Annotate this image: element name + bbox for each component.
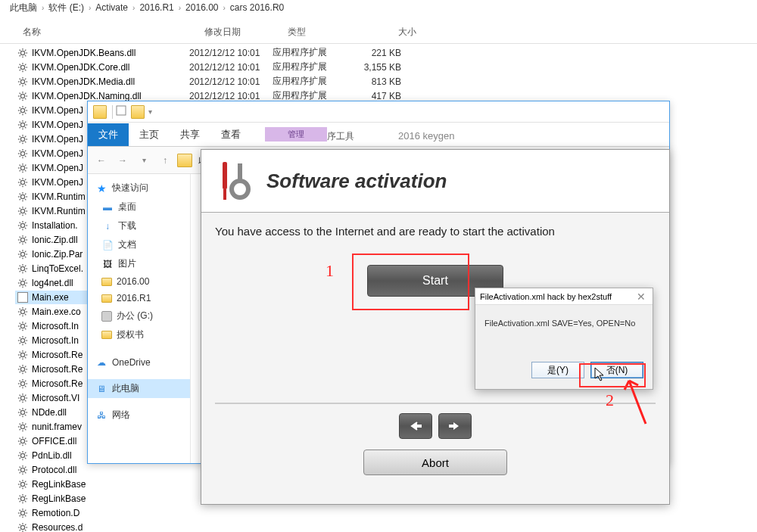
annotation-label-2: 2 (606, 390, 614, 410)
dialog-message: You have access to the Internet and are … (215, 225, 656, 238)
file-name: LinqToExcel. (32, 263, 83, 274)
file-row[interactable]: Remotion.D (0, 506, 757, 520)
forward-button[interactable]: → (114, 151, 132, 170)
sidebar-documents[interactable]: 📄文档 (88, 235, 190, 254)
svg-line-286 (20, 515, 20, 516)
annotation-label-1: 1 (326, 261, 334, 281)
col-date[interactable]: 修改日期 (204, 26, 288, 39)
file-row[interactable]: IKVM.OpenJDK.Media.dll2012/12/12 10:01应用… (0, 74, 757, 89)
file-name: NDde.dll (32, 407, 67, 418)
nav-sidebar: ★快速访问 ▬桌面 ↓下载 📄文档 🖼图片 2016.00 2016.R1 办公… (88, 174, 191, 463)
abort-button[interactable]: Abort (363, 450, 507, 475)
sidebar-folder-auth[interactable]: 授权书 (88, 325, 190, 344)
ribbon-tab-file[interactable]: 文件 (88, 123, 129, 146)
file-name: Resources.d (32, 522, 83, 533)
svg-point-63 (20, 151, 24, 155)
next-button[interactable] (438, 413, 472, 439)
prev-button[interactable] (399, 413, 432, 439)
svg-line-205 (20, 386, 20, 387)
yes-button[interactable]: 是(Y) (531, 362, 584, 378)
sidebar-folder-201600[interactable]: 2016.00 (88, 273, 190, 290)
gear-icon (17, 435, 29, 447)
breadcrumb-segment[interactable]: Activate (95, 2, 128, 13)
svg-line-214 (20, 400, 20, 401)
sidebar-this-pc[interactable]: 🖥此电脑 (88, 379, 190, 398)
svg-line-86 (20, 179, 20, 179)
sidebar-desktop[interactable]: ▬桌面 (88, 198, 190, 216)
svg-line-204 (25, 386, 26, 387)
breadcrumb-segment[interactable]: cars 2016.R0 (230, 2, 284, 13)
svg-line-160 (20, 314, 20, 315)
modal-titlebar: FileActivation.xml hack by hex2stuff ✕ (475, 288, 653, 305)
svg-line-296 (25, 524, 26, 524)
svg-point-216 (20, 410, 24, 414)
file-name: IKVM.Runtim (32, 191, 86, 202)
gear-icon (17, 378, 29, 390)
breadcrumb-segment[interactable]: 2016.00 (185, 2, 218, 13)
breadcrumb[interactable]: 此电脑›软件 (E:)›Activate›2016.R1›2016.00›car… (0, 0, 757, 15)
sidebar-office-drive[interactable]: 办公 (G:) (88, 306, 190, 325)
file-name: RegLinkBase (32, 479, 86, 490)
dropdown-icon[interactable]: ▾ (148, 107, 152, 116)
file-row[interactable]: IKVM.OpenJDK.Core.dll2012/12/12 10:01应用程… (0, 60, 757, 74)
svg-line-80 (25, 164, 26, 165)
col-name[interactable]: 名称 (23, 26, 204, 39)
col-type[interactable]: 类型 (288, 26, 371, 39)
file-name: IKVM.OpenJ (32, 120, 83, 130)
svg-point-300 (232, 181, 248, 198)
ribbon-contextual-group: 管理 (254, 123, 338, 146)
close-button[interactable]: ✕ (634, 290, 648, 303)
up-button[interactable]: ↑ (156, 151, 174, 170)
svg-line-257 (20, 466, 20, 467)
svg-point-27 (20, 94, 24, 98)
svg-line-212 (20, 394, 20, 395)
picture-icon: 🖼 (101, 258, 114, 270)
file-name: OFFICE.dll (32, 436, 76, 446)
col-size[interactable]: 大小 (371, 26, 416, 39)
chevron-right-icon: › (132, 4, 135, 12)
svg-line-231 (25, 429, 26, 430)
ribbon-tab-share[interactable]: 共享 (170, 123, 210, 146)
svg-line-114 (25, 228, 26, 229)
dialog-title: Software activation (266, 170, 447, 193)
ribbon-tab-view[interactable]: 查看 (210, 123, 251, 146)
svg-line-89 (25, 179, 26, 179)
sidebar-pictures[interactable]: 🖼图片 (88, 254, 190, 273)
svg-line-267 (25, 487, 26, 487)
disk-icon (101, 311, 112, 322)
svg-line-42 (25, 113, 26, 114)
pc-icon: 🖥 (95, 383, 107, 395)
ribbon-tab-home[interactable]: 主页 (129, 123, 170, 146)
svg-line-251 (25, 452, 26, 453)
svg-line-239 (20, 437, 20, 438)
breadcrumb-segment[interactable]: 此电脑 (10, 2, 37, 14)
recent-dropdown[interactable]: ▾ (135, 151, 153, 170)
svg-line-167 (20, 322, 20, 323)
svg-line-186 (25, 357, 26, 358)
file-name: IKVM.OpenJ (32, 134, 83, 145)
breadcrumb-segment[interactable]: 软件 (E:) (48, 2, 84, 14)
sidebar-network[interactable]: 🖧网络 (88, 406, 190, 425)
dialog-header: Software activation (201, 150, 669, 213)
svg-line-113 (20, 222, 20, 222)
sidebar-downloads[interactable]: ↓下载 (88, 216, 190, 235)
chevron-right-icon: › (42, 4, 44, 12)
svg-line-44 (25, 107, 26, 107)
file-row[interactable]: Resources.d (0, 520, 757, 532)
gear-icon (17, 392, 29, 404)
svg-line-177 (25, 343, 26, 344)
sidebar-quick-access[interactable]: ★快速访问 (88, 179, 190, 198)
sidebar-folder-2016r1[interactable]: 2016.R1 (88, 290, 190, 306)
back-button[interactable]: ← (92, 151, 111, 170)
breadcrumb-segment[interactable]: 2016.R1 (139, 2, 173, 13)
file-name: PdnLib.dll (32, 450, 72, 461)
svg-line-159 (25, 314, 26, 315)
svg-point-36 (20, 108, 24, 112)
file-row[interactable]: IKVM.OpenJDK.Beans.dll2012/12/12 10:01应用… (0, 45, 757, 60)
app-icon (17, 291, 29, 303)
svg-point-144 (20, 281, 24, 285)
svg-line-69 (25, 156, 26, 157)
svg-line-169 (20, 328, 20, 329)
sidebar-onedrive[interactable]: ☁OneDrive (88, 353, 190, 372)
checkbox-icon[interactable] (116, 105, 126, 118)
